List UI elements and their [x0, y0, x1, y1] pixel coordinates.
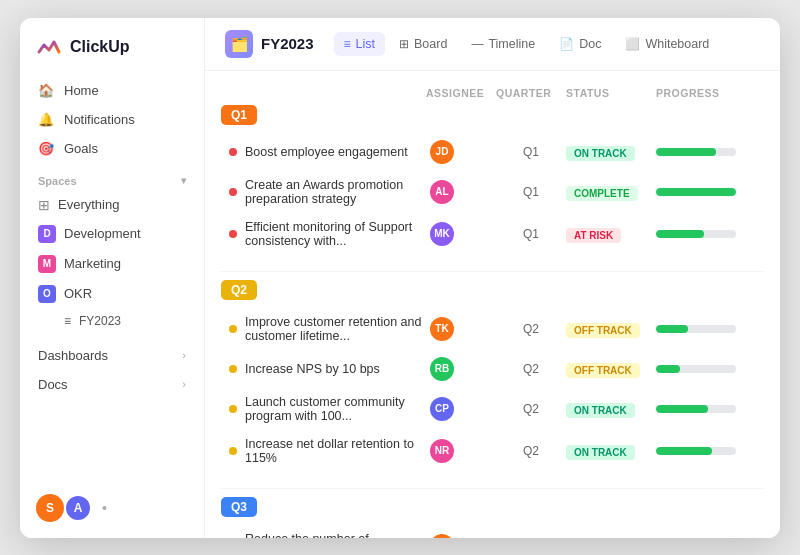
sidebar-item-docs[interactable]: Docs ›	[28, 370, 196, 399]
tab-doc[interactable]: 📄 Doc	[549, 32, 611, 56]
sidebar-item-development[interactable]: D Development	[28, 219, 196, 249]
sidebar-item-dashboards[interactable]: Dashboards ›	[28, 341, 196, 370]
col-status: STATUS	[566, 87, 656, 99]
sidebar-item-marketing[interactable]: M Marketing	[28, 249, 196, 279]
task-name: Create an Awards promotion preparation s…	[229, 178, 426, 206]
status-cell: PLANNED	[566, 537, 656, 538]
status-cell: ON TRACK	[566, 400, 656, 418]
quarter-section-q1: Q1 Boost employee engagement JD Q1 ON TR…	[221, 105, 764, 255]
col-progress: PROGRESS	[656, 87, 756, 99]
project-icon: 🗂️	[225, 30, 253, 58]
table-row[interactable]: Increase NPS by 10 bps RB Q2 OFF TRACK	[221, 350, 764, 388]
avatar-primary[interactable]: S	[36, 494, 64, 522]
sidebar-item-fy2023[interactable]: ≡ FY2023	[28, 309, 196, 333]
progress-bar-container	[656, 230, 736, 238]
avatar-secondary[interactable]: A	[64, 494, 92, 522]
logo-area[interactable]: ClickUp	[20, 34, 204, 76]
quarter-cell: Q1	[496, 145, 566, 159]
logo-text: ClickUp	[70, 38, 130, 56]
quarter-cell: Q2	[496, 402, 566, 416]
status-badge: OFF TRACK	[566, 363, 640, 378]
progress-bar-fill	[656, 365, 680, 373]
progress-cell	[656, 447, 756, 455]
avatar: NR	[430, 439, 454, 463]
status-badge: COMPLETE	[566, 186, 638, 201]
quarter-cell: Q2	[496, 444, 566, 458]
task-dot	[229, 405, 237, 413]
footer-dot: •	[102, 500, 107, 516]
avatar: CP	[430, 397, 454, 421]
status-badge: OFF TRACK	[566, 323, 640, 338]
status-badge: AT RISK	[566, 228, 621, 243]
sidebar-item-everything[interactable]: ⊞ Everything	[28, 191, 196, 219]
progress-bar-container	[656, 405, 736, 413]
task-name: Increase net dollar retention to 115%	[229, 437, 426, 465]
assignee-cell: AL	[426, 180, 496, 204]
tab-list[interactable]: ≡ List	[334, 32, 385, 56]
assignee-cell: MK	[426, 222, 496, 246]
tab-label: List	[356, 37, 375, 51]
avatar: RB	[430, 357, 454, 381]
docs-label: Docs	[38, 377, 68, 392]
quarter-header-q2: Q2	[221, 280, 764, 300]
sub-item-label: FY2023	[79, 314, 121, 328]
table-row[interactable]: Efficient monitoring of Support consiste…	[221, 213, 764, 255]
tab-whiteboard[interactable]: ⬜ Whiteboard	[615, 32, 719, 56]
task-dot	[229, 325, 237, 333]
chevron-right-icon: ›	[182, 378, 186, 390]
assignee-cell: RB	[426, 357, 496, 381]
board-tab-icon: ⊞	[399, 37, 409, 51]
grid-icon: ⊞	[38, 197, 50, 213]
table-row[interactable]: Create an Awards promotion preparation s…	[221, 171, 764, 213]
table-row[interactable]: Boost employee engagement JD Q1 ON TRACK	[221, 133, 764, 171]
table-row[interactable]: Launch customer community program with 1…	[221, 388, 764, 430]
space-dot-marketing: M	[38, 255, 56, 273]
status-cell: AT RISK	[566, 225, 656, 243]
assignee-cell: TK	[426, 317, 496, 341]
task-dot	[229, 188, 237, 196]
space-label: OKR	[64, 286, 92, 301]
dashboards-label: Dashboards	[38, 348, 108, 363]
progress-bar-fill	[656, 230, 704, 238]
table-row[interactable]: Improve customer retention and customer …	[221, 308, 764, 350]
task-dot	[229, 230, 237, 238]
quarter-section-q2: Q2 Improve customer retention and custom…	[221, 280, 764, 472]
task-dot	[229, 148, 237, 156]
task-name: Efficient monitoring of Support consiste…	[229, 220, 426, 248]
progress-bar-container	[656, 325, 736, 333]
sidebar-footer: S A •	[20, 486, 204, 530]
avatar: MK	[430, 222, 454, 246]
status-cell: OFF TRACK	[566, 360, 656, 378]
sidebar-item-home[interactable]: 🏠 Home	[28, 76, 196, 105]
sidebar-item-okr[interactable]: O OKR	[28, 279, 196, 309]
assignee-cell: DR	[426, 534, 496, 538]
task-name: Increase NPS by 10 bps	[229, 362, 426, 376]
task-name: Improve customer retention and customer …	[229, 315, 426, 343]
status-cell: COMPLETE	[566, 183, 656, 201]
table-row[interactable]: Reduce the number of Customer-Reported b…	[221, 525, 764, 538]
tab-timeline[interactable]: — Timeline	[461, 32, 545, 56]
doc-tab-icon: 📄	[559, 37, 574, 51]
avatar: JD	[430, 140, 454, 164]
status-cell: OFF TRACK	[566, 320, 656, 338]
progress-bar-container	[656, 447, 736, 455]
tab-label: Whiteboard	[645, 37, 709, 51]
table-row[interactable]: Increase net dollar retention to 115% NR…	[221, 430, 764, 472]
progress-bar-fill	[656, 405, 708, 413]
avatar: TK	[430, 317, 454, 341]
divider	[221, 488, 764, 489]
sidebar-item-goals[interactable]: 🎯 Goals	[28, 134, 196, 163]
quarter-cell: Q1	[496, 227, 566, 241]
main-content: 🗂️ FY2023 ≡ List ⊞ Board — Timeline 📄 Do…	[205, 18, 780, 538]
topbar: 🗂️ FY2023 ≡ List ⊞ Board — Timeline 📄 Do…	[205, 18, 780, 71]
table-area: ASSIGNEE QUARTER STATUS PROGRESS Q1 Boos…	[205, 71, 780, 538]
tab-board[interactable]: ⊞ Board	[389, 32, 457, 56]
project-title: FY2023	[261, 35, 314, 52]
sidebar-item-notifications[interactable]: 🔔 Notifications	[28, 105, 196, 134]
status-badge: ON TRACK	[566, 403, 635, 418]
progress-cell	[656, 405, 756, 413]
list-tab-icon: ≡	[344, 37, 351, 51]
col-task	[229, 87, 426, 99]
clickup-logo-icon	[36, 34, 62, 60]
tab-label: Board	[414, 37, 447, 51]
